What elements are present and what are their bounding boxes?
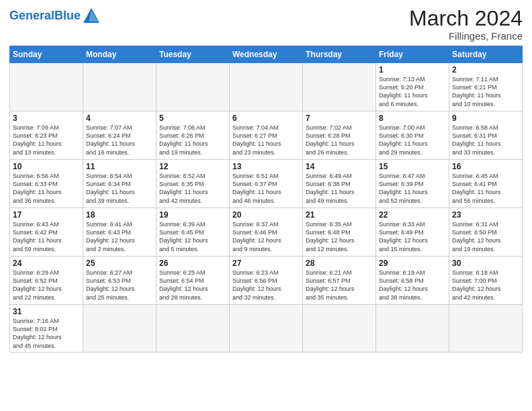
- day-number: 24: [13, 259, 80, 268]
- calendar-cell: [230, 63, 303, 111]
- day-info: Sunrise: 7:06 AM Sunset: 6:26 PM Dayligh…: [159, 124, 226, 156]
- day-number: 8: [379, 113, 446, 123]
- calendar-cell: 17Sunrise: 6:43 AM Sunset: 6:42 PM Dayli…: [10, 208, 83, 257]
- day-info: Sunrise: 6:33 AM Sunset: 6:49 PM Dayligh…: [379, 220, 446, 253]
- calendar-table: Sunday Monday Tuesday Wednesday Thursday…: [9, 46, 523, 353]
- calendar-cell: [83, 63, 157, 111]
- header-saturday: Saturday: [449, 46, 523, 63]
- calendar-cell: [10, 63, 83, 111]
- calendar-cell: 11Sunrise: 6:54 AM Sunset: 6:34 PM Dayli…: [83, 160, 157, 208]
- calendar-cell: 15Sunrise: 6:47 AM Sunset: 6:39 PM Dayli…: [376, 160, 449, 208]
- day-number: 29: [379, 259, 446, 268]
- calendar-cell: 2Sunrise: 7:11 AM Sunset: 6:21 PM Daylig…: [449, 63, 523, 111]
- day-number: 9: [452, 113, 519, 123]
- calendar-cell: 23Sunrise: 6:31 AM Sunset: 6:50 PM Dayli…: [449, 208, 523, 257]
- day-number: 16: [452, 162, 519, 171]
- day-number: 7: [306, 113, 373, 123]
- calendar-cell: 10Sunrise: 6:56 AM Sunset: 6:33 PM Dayli…: [10, 160, 83, 208]
- calendar-cell: 14Sunrise: 6:49 AM Sunset: 6:38 PM Dayli…: [303, 160, 376, 208]
- day-info: Sunrise: 7:13 AM Sunset: 6:20 PM Dayligh…: [379, 75, 446, 108]
- day-info: Sunrise: 7:02 AM Sunset: 6:28 PM Dayligh…: [306, 124, 373, 156]
- day-number: 23: [452, 210, 519, 220]
- day-number: 22: [379, 210, 446, 220]
- calendar-cell: 13Sunrise: 6:51 AM Sunset: 6:37 PM Dayli…: [230, 160, 303, 208]
- calendar-title: March 2024: [409, 7, 523, 30]
- day-info: Sunrise: 6:43 AM Sunset: 6:42 PM Dayligh…: [13, 220, 80, 253]
- day-info: Sunrise: 6:58 AM Sunset: 6:31 PM Dayligh…: [452, 124, 519, 156]
- day-info: Sunrise: 6:19 AM Sunset: 6:58 PM Dayligh…: [379, 269, 446, 302]
- calendar-cell: [449, 305, 523, 353]
- day-number: 20: [232, 210, 300, 220]
- calendar-cell: [157, 63, 230, 111]
- calendar-cell: 18Sunrise: 6:41 AM Sunset: 6:43 PM Dayli…: [83, 208, 157, 257]
- calendar-cell: [303, 63, 376, 111]
- day-number: 19: [159, 210, 226, 220]
- day-number: 4: [86, 113, 153, 123]
- calendar-cell: 29Sunrise: 6:19 AM Sunset: 6:58 PM Dayli…: [376, 257, 449, 305]
- day-info: Sunrise: 6:37 AM Sunset: 6:46 PM Dayligh…: [232, 220, 300, 253]
- calendar-cell: 12Sunrise: 6:52 AM Sunset: 6:35 PM Dayli…: [157, 160, 230, 208]
- calendar-cell: 6Sunrise: 7:04 AM Sunset: 6:27 PM Daylig…: [230, 111, 303, 160]
- day-number: 12: [159, 162, 226, 171]
- calendar-cell: 19Sunrise: 6:39 AM Sunset: 6:45 PM Dayli…: [157, 208, 230, 257]
- calendar-cell: 1Sunrise: 7:13 AM Sunset: 6:20 PM Daylig…: [376, 63, 449, 111]
- day-info: Sunrise: 6:25 AM Sunset: 6:54 PM Dayligh…: [159, 269, 226, 302]
- calendar-cell: [83, 305, 157, 353]
- calendar-cell: 26Sunrise: 6:25 AM Sunset: 6:54 PM Dayli…: [157, 257, 230, 305]
- logo-icon: [82, 7, 101, 26]
- header-friday: Friday: [376, 46, 449, 63]
- day-info: Sunrise: 6:23 AM Sunset: 6:56 PM Dayligh…: [232, 269, 300, 302]
- calendar-cell: 31Sunrise: 7:16 AM Sunset: 8:01 PM Dayli…: [10, 305, 83, 353]
- calendar-cell: 30Sunrise: 6:18 AM Sunset: 7:00 PM Dayli…: [449, 257, 523, 305]
- day-info: Sunrise: 7:09 AM Sunset: 6:23 PM Dayligh…: [13, 124, 80, 156]
- header-thursday: Thursday: [303, 46, 376, 63]
- calendar-week-row: 10Sunrise: 6:56 AM Sunset: 6:33 PM Dayli…: [10, 160, 523, 208]
- header: GeneralBlue March 2024 Fillinges, France: [9, 7, 523, 42]
- calendar-cell: 4Sunrise: 7:07 AM Sunset: 6:24 PM Daylig…: [83, 111, 157, 160]
- day-info: Sunrise: 6:54 AM Sunset: 6:34 PM Dayligh…: [86, 172, 153, 205]
- logo: GeneralBlue: [9, 7, 101, 26]
- day-info: Sunrise: 6:27 AM Sunset: 6:53 PM Dayligh…: [86, 269, 153, 302]
- day-info: Sunrise: 6:21 AM Sunset: 6:57 PM Dayligh…: [306, 269, 373, 302]
- day-number: 2: [452, 65, 519, 75]
- calendar-cell: 20Sunrise: 6:37 AM Sunset: 6:46 PM Dayli…: [230, 208, 303, 257]
- day-number: 1: [379, 65, 446, 75]
- day-number: 30: [452, 259, 519, 268]
- day-number: 25: [86, 259, 153, 268]
- calendar-cell: 8Sunrise: 7:00 AM Sunset: 6:30 PM Daylig…: [376, 111, 449, 160]
- calendar-cell: [303, 305, 376, 353]
- calendar-cell: [230, 305, 303, 353]
- day-number: 28: [306, 259, 373, 268]
- day-number: 15: [379, 162, 446, 171]
- day-info: Sunrise: 6:45 AM Sunset: 6:41 PM Dayligh…: [452, 172, 519, 205]
- logo-blue-text: Blue: [54, 9, 81, 22]
- day-info: Sunrise: 7:11 AM Sunset: 6:21 PM Dayligh…: [452, 75, 519, 108]
- day-info: Sunrise: 6:51 AM Sunset: 6:37 PM Dayligh…: [232, 172, 300, 205]
- calendar-cell: 3Sunrise: 7:09 AM Sunset: 6:23 PM Daylig…: [10, 111, 83, 160]
- day-number: 26: [159, 259, 226, 268]
- day-number: 11: [86, 162, 153, 171]
- day-info: Sunrise: 7:04 AM Sunset: 6:27 PM Dayligh…: [232, 124, 300, 156]
- day-number: 6: [232, 113, 300, 123]
- day-number: 3: [13, 113, 80, 123]
- day-info: Sunrise: 6:29 AM Sunset: 6:52 PM Dayligh…: [13, 269, 80, 302]
- day-number: 18: [86, 210, 153, 220]
- header-monday: Monday: [83, 46, 157, 63]
- calendar-week-row: 17Sunrise: 6:43 AM Sunset: 6:42 PM Dayli…: [10, 208, 523, 257]
- title-block: March 2024 Fillinges, France: [409, 7, 523, 42]
- day-info: Sunrise: 6:52 AM Sunset: 6:35 PM Dayligh…: [159, 172, 226, 205]
- calendar-cell: 9Sunrise: 6:58 AM Sunset: 6:31 PM Daylig…: [449, 111, 523, 160]
- calendar-cell: [157, 305, 230, 353]
- day-info: Sunrise: 6:41 AM Sunset: 6:43 PM Dayligh…: [86, 220, 153, 253]
- calendar-cell: 27Sunrise: 6:23 AM Sunset: 6:56 PM Dayli…: [230, 257, 303, 305]
- calendar-cell: 16Sunrise: 6:45 AM Sunset: 6:41 PM Dayli…: [449, 160, 523, 208]
- logo-text: GeneralBlue: [9, 9, 81, 23]
- calendar-week-row: 31Sunrise: 7:16 AM Sunset: 8:01 PM Dayli…: [10, 305, 523, 353]
- day-info: Sunrise: 7:00 AM Sunset: 6:30 PM Dayligh…: [379, 124, 446, 156]
- header-tuesday: Tuesday: [157, 46, 230, 63]
- day-number: 17: [13, 210, 80, 220]
- day-info: Sunrise: 6:18 AM Sunset: 7:00 PM Dayligh…: [452, 269, 519, 302]
- calendar-cell: [376, 305, 449, 353]
- logo-general: General: [9, 9, 54, 22]
- header-sunday: Sunday: [10, 46, 83, 63]
